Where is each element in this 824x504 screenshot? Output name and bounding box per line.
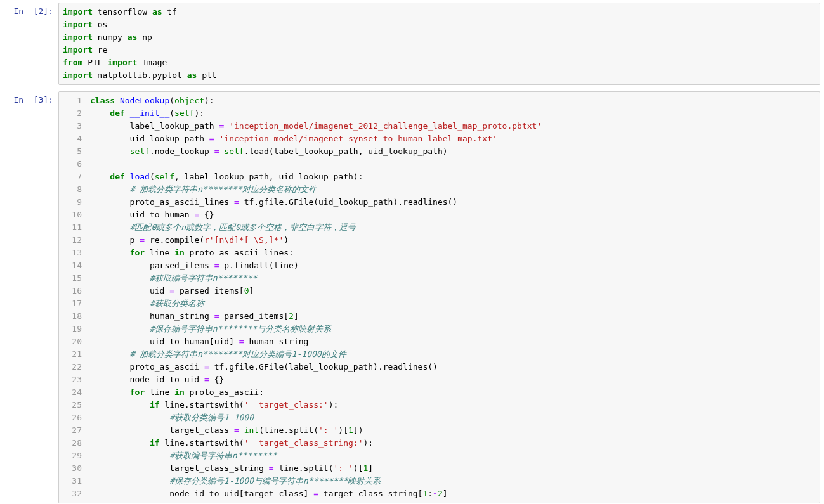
code-line: from PIL import Image — [63, 56, 816, 69]
prompt-in-3: In [3]: — [4, 91, 58, 107]
line-number: 19 — [59, 323, 82, 335]
code-line: for line in proto_as_ascii_lines: — [90, 247, 820, 259]
code-line: class NodeLookup(object): — [90, 94, 820, 107]
line-number: 2 — [59, 107, 82, 120]
code-line: #获取分类名称 — [90, 297, 820, 310]
code-line: #获取编号字符串n******** — [90, 272, 820, 285]
line-number: 7 — [59, 171, 82, 183]
code-line: uid_lookup_path = 'inception_model/image… — [90, 132, 820, 145]
code-line: target_class = int(line.split(': ')[1]) — [90, 424, 820, 437]
line-number: 1 — [59, 94, 82, 107]
line-number: 17 — [59, 297, 82, 310]
code-line: # 加载分类字符串n********对应分类编号1-1000的文件 — [90, 348, 820, 361]
code-body-cell-3[interactable]: class NodeLookup(object): def __init__(s… — [86, 92, 820, 503]
code-line: # 加载分类字符串n********对应分类名称的文件 — [90, 183, 820, 196]
line-number: 6 — [59, 158, 82, 171]
line-number: 21 — [59, 348, 82, 361]
line-number: 27 — [59, 424, 82, 437]
code-line: label_lookup_path = 'inception_model/ima… — [90, 120, 820, 132]
line-number: 25 — [59, 399, 82, 411]
line-number: 28 — [59, 437, 82, 449]
line-number: 14 — [59, 259, 82, 272]
code-line: if line.startswith(' target_class:'): — [90, 399, 820, 411]
line-number: 20 — [59, 335, 82, 348]
code-line: import matplotlib.pyplot as plt — [63, 69, 816, 82]
code-line: p = re.compile(r'[n\d]*[ \S,]*') — [90, 234, 820, 247]
code-line — [90, 158, 820, 171]
code-line: import numpy as np — [63, 31, 816, 44]
cell-in-2: In [2]: import tensorflow as tfimport os… — [4, 3, 820, 85]
line-number: 32 — [59, 488, 82, 500]
code-line: #保存分类编号1-1000与编号字符串n********映射关系 — [90, 475, 820, 488]
code-line: proto_as_ascii = tf.gfile.GFile(label_lo… — [90, 361, 820, 373]
line-number: 5 — [59, 145, 82, 158]
line-number: 12 — [59, 234, 82, 247]
code-line: node_id_to_uid[target_class] = target_cl… — [90, 488, 820, 500]
line-number: 9 — [59, 196, 82, 209]
line-number: 15 — [59, 272, 82, 285]
line-number: 26 — [59, 411, 82, 424]
line-number: 30 — [59, 462, 82, 475]
code-input-cell-2[interactable]: import tensorflow as tfimport osimport n… — [58, 3, 820, 85]
line-number: 18 — [59, 310, 82, 323]
line-number: 23 — [59, 373, 82, 386]
code-line: node_id_to_uid = {} — [90, 373, 820, 386]
line-number: 31 — [59, 475, 82, 488]
code-line: uid_to_human = {} — [90, 209, 820, 221]
line-number: 3 — [59, 120, 82, 132]
code-line: #获取分类编号1-1000 — [90, 411, 820, 424]
code-line: for line in proto_as_ascii: — [90, 386, 820, 399]
code-line: #保存编号字符串n********与分类名称映射关系 — [90, 323, 820, 335]
line-number: 13 — [59, 247, 82, 259]
code-line: if line.startswith(' target_class_string… — [90, 437, 820, 449]
code-line: def load(self, label_lookup_path, uid_lo… — [90, 171, 820, 183]
code-line: import os — [63, 18, 816, 31]
notebook: In [2]: import tensorflow as tfimport os… — [0, 0, 824, 504]
cell-in-3: In [3]: 12345678910111213141516171819202… — [4, 91, 820, 503]
code-line: import re — [63, 44, 816, 56]
line-number: 29 — [59, 449, 82, 462]
code-line: import tensorflow as tf — [63, 6, 816, 18]
line-number: 10 — [59, 209, 82, 221]
line-number: 8 — [59, 183, 82, 196]
code-line: uid = parsed_items[0] — [90, 285, 820, 297]
code-line: def __init__(self): — [90, 107, 820, 120]
line-number: 16 — [59, 285, 82, 297]
code-line: proto_as_ascii_lines = tf.gfile.GFile(ui… — [90, 196, 820, 209]
line-number: 4 — [59, 132, 82, 145]
code-line: target_class_string = line.split(': ')[1… — [90, 462, 820, 475]
prompt-in-2: In [2]: — [4, 3, 58, 18]
code-line: human_string = parsed_items[2] — [90, 310, 820, 323]
code-input-cell-3[interactable]: 1234567891011121314151617181920212223242… — [58, 91, 820, 503]
code-line: self.node_lookup = self.load(label_looku… — [90, 145, 820, 158]
code-line: uid_to_human[uid] = human_string — [90, 335, 820, 348]
line-number-gutter: 1234567891011121314151617181920212223242… — [59, 92, 86, 503]
line-number: 22 — [59, 361, 82, 373]
line-number: 11 — [59, 221, 82, 234]
line-number: 24 — [59, 386, 82, 399]
code-line: #匹配0或多个n或数字，匹配0或多个空格，非空白字符，逗号 — [90, 221, 820, 234]
code-line: #获取编号字符串n******** — [90, 449, 820, 462]
code-line: parsed_items = p.findall(line) — [90, 259, 820, 272]
